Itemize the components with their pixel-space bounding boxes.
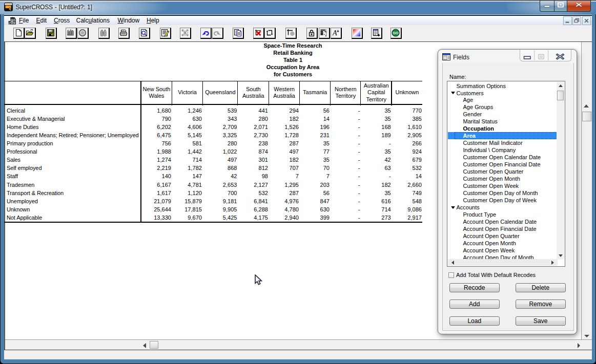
svg-text:A: A (332, 29, 337, 37)
svg-text:GO: GO (393, 31, 399, 34)
